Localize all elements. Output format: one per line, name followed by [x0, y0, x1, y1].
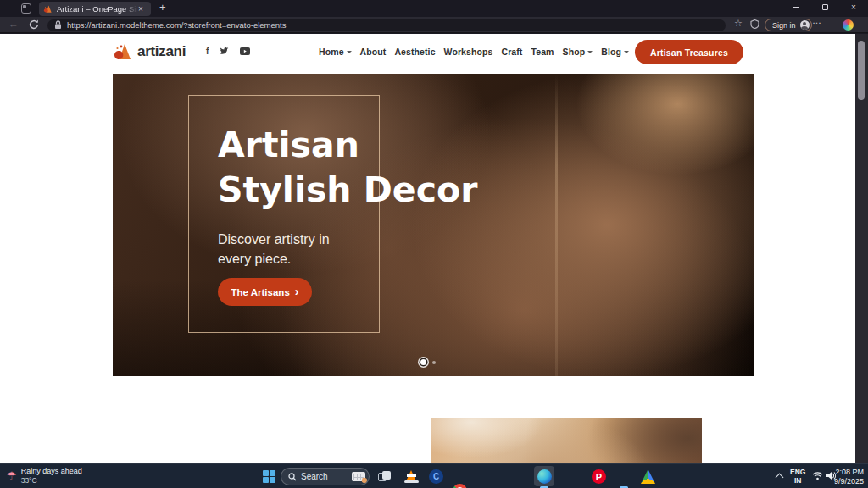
maximize-button[interactable] [810, 0, 839, 14]
logo-text: artizani [137, 43, 186, 60]
sign-in-label: Sign in [772, 21, 796, 30]
drive-app-button[interactable] [641, 469, 655, 484]
next-section-image [431, 418, 702, 463]
webpage: artizani f Home About Aesthetic Workshop… [0, 34, 855, 463]
browser-menu-icon[interactable]: … [812, 15, 822, 25]
tab-title: Artizani – OnePage Single Pottery [57, 4, 137, 14]
nav-item-craft[interactable]: Craft [501, 47, 522, 57]
chrome-app-button[interactable] [453, 484, 467, 488]
scrollbar-thumb[interactable] [858, 41, 865, 100]
carousel-dot[interactable] [432, 361, 436, 364]
tray-time: 2:08 PM [834, 468, 864, 477]
nav-item-workshops[interactable]: Workshops [444, 47, 493, 57]
nav-item-shop[interactable]: Shop [563, 47, 593, 57]
the-artisans-label: The Artisans [231, 287, 290, 297]
weather-widget[interactable]: ☂ Rainy days ahead 33°C [7, 467, 82, 485]
artisan-treasures-button[interactable]: Artisan Treasures [635, 40, 743, 64]
vlc-app-button[interactable] [404, 469, 419, 484]
wifi-icon [812, 471, 823, 480]
facebook-icon[interactable]: f [206, 47, 209, 56]
minimize-button[interactable] [782, 0, 810, 14]
new-tab-button[interactable]: + [159, 1, 166, 14]
address-bar[interactable]: https://artizani.modeltheme.com/?storefr… [47, 19, 726, 31]
site-header: artizani f Home About Aesthetic Workshop… [0, 34, 855, 74]
browser-toolbar: ← https://artizani.modeltheme.com/?store… [0, 17, 868, 33]
carousel-dots [420, 359, 436, 365]
edge-icon [537, 469, 552, 484]
back-button[interactable]: ← [8, 18, 19, 30]
sign-in-button[interactable]: Sign in [765, 19, 812, 31]
weather-temp: 33°C [21, 476, 82, 485]
language-indicator[interactable]: ENG IN [790, 468, 805, 485]
umbrella-icon: ☂ [7, 469, 17, 482]
clock[interactable]: 2:08 PM 9/9/2025 [834, 468, 864, 486]
carousel-dot-active[interactable] [420, 359, 426, 365]
taskbar: ☂ Rainy days ahead 33°C Search C P [0, 463, 868, 488]
hero-slider: Artisan Stylish Decor Discover artistry … [113, 74, 754, 376]
logo-vase-icon [113, 42, 133, 62]
hero-title: Artisan Stylish Decor [218, 123, 477, 213]
url-text: https://artizani.modeltheme.com/?storefr… [67, 20, 286, 30]
browser-tab[interactable]: Artizani – OnePage Single Pottery × [39, 2, 151, 16]
extensions-icon[interactable] [750, 19, 760, 29]
chevron-right-icon: › [295, 285, 299, 298]
profile-pinwheel-icon[interactable] [843, 19, 854, 30]
social-links: f [206, 47, 250, 56]
tray-date: 9/9/2025 [834, 477, 864, 486]
nav-item-about[interactable]: About [360, 47, 387, 57]
reload-button[interactable] [29, 19, 39, 30]
search-icon [288, 473, 297, 481]
pinterest-app-button[interactable]: P [592, 469, 606, 484]
task-view-button[interactable] [378, 471, 392, 485]
edge-app-button-active[interactable] [534, 466, 554, 486]
youtube-icon[interactable] [240, 47, 250, 55]
page-scrollbar[interactable] [855, 34, 868, 463]
tab-close-icon[interactable]: × [138, 4, 143, 14]
the-artisans-button[interactable]: The Artisans › [218, 278, 312, 306]
account-avatar-icon [800, 20, 810, 30]
network-button[interactable] [812, 471, 823, 480]
site-logo[interactable]: artizani [113, 42, 186, 62]
bookmark-star-icon[interactable]: ☆ [734, 18, 743, 29]
nav-item-home[interactable]: Home [319, 47, 352, 57]
blue-c-app-button[interactable]: C [429, 469, 443, 484]
search-label: Search [301, 472, 352, 481]
weather-headline: Rainy days ahead [21, 467, 82, 476]
nav-item-team[interactable]: Team [531, 47, 554, 57]
browser-tabstrip: Artizani – OnePage Single Pottery × + × [0, 0, 868, 17]
firefox-view-button[interactable] [21, 3, 31, 14]
screen: Artizani – OnePage Single Pottery × + × … [0, 0, 868, 488]
chevron-down-icon [624, 51, 629, 53]
search-highlight-keyboard-icon [352, 472, 365, 481]
start-button[interactable] [263, 470, 275, 483]
lock-icon [54, 20, 62, 30]
nav-item-aesthetic[interactable]: Aesthetic [394, 47, 435, 57]
tab-favicon-icon [43, 4, 53, 14]
hidden-icons-chevron[interactable] [776, 474, 784, 482]
nav-item-blog[interactable]: Blog [601, 47, 629, 57]
window-close-button[interactable]: × [839, 0, 868, 14]
main-nav: Home About Aesthetic Workshops Craft Tea… [319, 47, 629, 57]
chevron-down-icon [347, 51, 352, 53]
chevron-down-icon [587, 51, 593, 53]
twitter-icon[interactable] [220, 47, 229, 55]
hero-subtitle: Discover artistry in every piece. [218, 230, 330, 269]
search-box[interactable]: Search [281, 468, 370, 485]
